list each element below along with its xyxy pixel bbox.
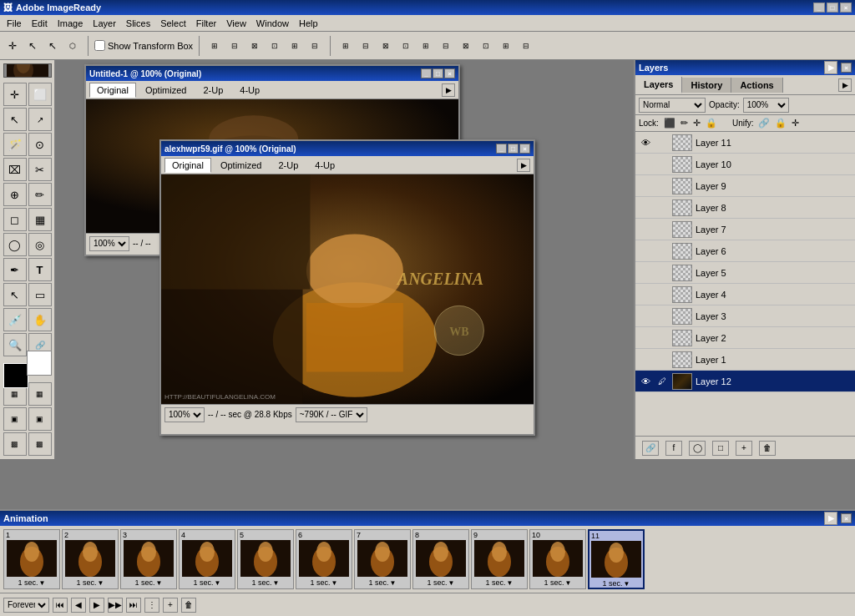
layer-eye-8[interactable] [639,288,652,301]
lock-image-icon[interactable]: ✏ [680,118,688,129]
panel-tabs-arrow[interactable]: ▶ [838,78,852,92]
align-btn-9[interactable]: ⊞ [497,37,515,55]
doc-2-options-arrow[interactable]: ▶ [517,159,530,172]
layer-eye-11[interactable] [639,353,652,366]
layer-eye-7[interactable] [639,266,652,280]
anim-frame-6[interactable]: 6 1 sec.▼ [296,529,352,589]
arrow-tool[interactable]: ↖ [3,108,27,131]
layer-row-6[interactable]: Layer 6 [635,240,855,262]
layer-row-2[interactable]: Layer 10 [635,154,855,175]
anim-frame-9[interactable]: 9 1 sec.▼ [471,529,528,589]
brush-tool[interactable]: ✏ [28,183,52,206]
align-btn-1[interactable]: ⊞ [336,37,355,55]
align-btn-5[interactable]: ⊞ [417,37,435,55]
layer-link-2[interactable] [655,158,669,171]
anim-frame-10[interactable]: 10 1 sec.▼ [529,529,586,589]
transform-btn-4[interactable]: ⊡ [266,37,284,55]
btn-tab3[interactable]: ▣ [3,407,27,431]
tab-layers[interactable]: Layers [635,77,682,93]
frame-delay-1[interactable]: 1 sec.▼ [18,578,46,587]
frame-delay-9[interactable]: 1 sec.▼ [486,578,514,587]
doc-1-titlebar[interactable]: Untitled-1 @ 100% (Original) _ □ × [86,66,458,81]
menu-window[interactable]: Window [251,17,294,30]
menu-file[interactable]: File [2,17,27,30]
btn-tab6[interactable]: ▩ [28,432,52,456]
transform-btn-3[interactable]: ⊠ [245,37,264,55]
back-button[interactable]: ◀ [71,598,86,613]
doc-2-tab-2up[interactable]: 2-Up [271,158,306,173]
delete-layer-button[interactable]: 🗑 [759,441,776,456]
frame-delay-4[interactable]: 1 sec.▼ [194,578,221,587]
forward-button[interactable]: ▶▶ [108,598,123,613]
direct-select-button[interactable]: ⬡ [63,37,82,55]
frame-delay-3[interactable]: 1 sec.▼ [135,578,163,587]
slice-tool[interactable]: ✂ [28,158,52,181]
gradient-tool[interactable]: ▦ [28,208,52,231]
frame-delay-2[interactable]: 1 sec.▼ [77,578,104,587]
align-btn-4[interactable]: ⊡ [397,37,415,55]
blur-tool[interactable]: ◎ [28,233,52,256]
play-button[interactable]: ▶ [89,598,104,613]
show-transform-box-checkbox[interactable] [94,40,105,51]
unify-icon-2[interactable]: 🔒 [775,118,787,129]
loop-select[interactable]: Forever [3,598,49,613]
frame-delay-10[interactable]: 1 sec.▼ [544,578,572,587]
magic-wand-tool[interactable]: 🪄 [3,133,27,156]
doc-2-tab-original[interactable]: Original [164,158,211,173]
layer-row-4[interactable]: Layer 8 [635,197,855,219]
layer-link-1[interactable] [655,136,669,149]
btn-tab2[interactable]: ▦ [28,382,52,406]
layer-link-3[interactable] [655,179,669,193]
foreground-color[interactable] [3,363,28,388]
layer-row-10[interactable]: Layer 2 [635,327,855,349]
layer-eye-10[interactable] [639,331,652,345]
maximize-button[interactable]: □ [827,3,838,13]
doc-1-minimize[interactable]: _ [421,68,432,78]
menu-edit[interactable]: Edit [27,17,53,30]
doc-1-tab-optimized[interactable]: Optimized [138,83,195,98]
layer-eye-3[interactable] [639,179,652,193]
transform-btn-1[interactable]: ⊞ [205,37,224,55]
btn-tab4[interactable]: ▣ [28,407,52,431]
doc-2-close[interactable]: × [519,144,530,154]
layer-link-6[interactable] [655,245,669,258]
rewind-button[interactable]: ⏮ [53,598,68,613]
doc-2-tab-optimized[interactable]: Optimized [213,158,270,173]
align-btn-10[interactable]: ⊟ [517,37,535,55]
anim-frame-5[interactable]: 5 1 sec.▼ [237,529,294,589]
stamp-tool[interactable]: ⊕ [3,183,27,206]
anim-frame-3[interactable]: 3 1 sec.▼ [120,529,177,589]
layer-row-7[interactable]: Layer 5 [635,262,855,284]
align-btn-8[interactable]: ⊡ [477,37,495,55]
layer-row-3[interactable]: Layer 9 [635,175,855,197]
layer-row-8[interactable]: Layer 4 [635,284,855,305]
zoom-tool[interactable]: 🔍 [3,333,27,356]
tab-history[interactable]: History [682,78,731,93]
menu-slices[interactable]: Slices [121,17,155,30]
minimize-button[interactable]: _ [813,3,825,13]
layer-eye-6[interactable] [639,245,652,258]
anim-frame-1[interactable]: 1 1 sec.▼ [3,529,60,589]
show-transform-box-label[interactable]: Show Transform Box [94,40,193,51]
selection-tool[interactable]: ⬜ [28,83,52,106]
type-tool[interactable]: T [28,258,52,281]
unify-icon-1[interactable]: 🔗 [758,118,770,129]
layer-style-button[interactable]: f [665,441,682,456]
arrow-tool-button[interactable]: ↖ [23,37,42,55]
anim-frame-2[interactable]: 2 1 sec.▼ [62,529,119,589]
layer-link-4[interactable] [655,201,669,215]
new-group-button[interactable]: □ [712,441,729,456]
frame-delay-8[interactable]: 1 sec.▼ [428,578,455,587]
align-btn-3[interactable]: ⊠ [377,37,395,55]
menu-filter[interactable]: Filter [191,17,221,30]
layer-link-button[interactable]: 🔗 [642,441,659,456]
align-btn-7[interactable]: ⊠ [457,37,475,55]
animation-close[interactable]: × [841,513,852,523]
transform-btn-2[interactable]: ⊟ [225,37,244,55]
animation-menu[interactable]: ▶ [824,512,837,525]
menu-view[interactable]: View [221,17,251,30]
anim-frame-8[interactable]: 8 1 sec.▼ [412,529,469,589]
shape-tool[interactable]: ▭ [28,283,52,306]
hand-tool[interactable]: ✋ [28,308,52,331]
move-tool[interactable]: ✛ [3,83,27,106]
